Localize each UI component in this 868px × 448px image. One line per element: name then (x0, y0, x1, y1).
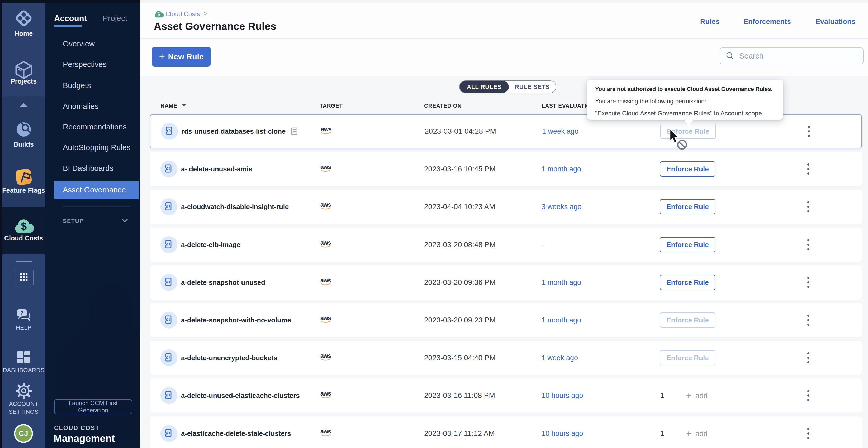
rule-last-evaluation[interactable]: 1 month ago (541, 316, 581, 324)
rail-scroll-up-button[interactable] (2, 103, 45, 108)
svg-text:aws: aws (320, 164, 331, 170)
add-enforcement-button[interactable]: +add (686, 391, 708, 401)
row-menu-button[interactable] (805, 350, 812, 366)
chevron-up-icon (19, 103, 28, 108)
row-menu-button[interactable] (805, 199, 812, 215)
rule-doc-icon (164, 315, 174, 326)
rule-doc-icon (164, 239, 174, 250)
rule-name[interactable]: rds-unused-databases-list-clone (182, 126, 299, 136)
rule-row-9[interactable]: a-elasticache-delete-stale-clustersaws20… (150, 416, 862, 448)
header-nav-evaluations[interactable]: Evaluations (815, 18, 856, 26)
aws-target-logo: aws (320, 126, 333, 137)
rule-icon-badge (160, 198, 177, 215)
rule-name[interactable]: a-delete-snapshot-with-no-volume (181, 316, 291, 324)
enforce-rule-button[interactable]: Enforce Rule (660, 350, 715, 366)
rule-name[interactable]: a-elasticache-delete-stale-clusters (181, 429, 291, 438)
rule-row-8[interactable]: a-delete-unused-elasticache-clustersaws2… (150, 378, 862, 413)
rule-row-6[interactable]: a-delete-snapshot-with-no-volumeaws2023-… (150, 303, 862, 337)
toolbar: + New Rule Search (140, 39, 868, 76)
rule-last-evaluation[interactable]: 1 month ago (541, 165, 581, 173)
row-menu-button[interactable] (805, 124, 813, 139)
rule-doc-icon (164, 390, 174, 401)
rule-name[interactable]: a-delete-elb-image (181, 241, 241, 249)
rule-row-2[interactable]: a- delete-unused-amisaws2023-03-16 10:45… (150, 152, 862, 186)
rule-name[interactable]: a-cloudwatch-disable-insight-rule (181, 203, 289, 211)
enforce-rule-button[interactable]: Enforce Rule (660, 199, 715, 214)
module-selector-button[interactable] (14, 270, 33, 285)
rule-icon-badge (160, 274, 177, 291)
rule-name[interactable]: a-delete-snapshot-unused (181, 278, 265, 287)
sidebar-item-recommendations[interactable]: Recommendations (63, 123, 127, 131)
launch-ccm-first-generation-button[interactable]: Launch CCM FirstGeneration (54, 400, 132, 414)
row-menu-button[interactable] (805, 425, 812, 441)
rule-doc-icon (164, 164, 174, 175)
sidebar-item-autostopping-rules[interactable]: AutoStopping Rules (63, 143, 130, 152)
column-header-last-evaluation[interactable]: LAST EVALUATION (541, 103, 595, 109)
mouse-cursor-blocked-icon (668, 129, 689, 152)
harness-home-icon (14, 8, 33, 28)
row-menu-button[interactable] (805, 275, 812, 290)
row-menu-button[interactable] (805, 388, 812, 404)
add-enforcement-button[interactable]: +add (686, 429, 708, 439)
rule-last-evaluation[interactable]: 10 hours ago (541, 429, 583, 438)
rule-row-3[interactable]: a-cloudwatch-disable-insight-ruleaws2023… (150, 189, 862, 224)
rule-row-4[interactable]: a-delete-elb-imageaws2023-03-20 08:48 PM… (150, 228, 862, 262)
new-rule-button[interactable]: + New Rule (152, 47, 211, 67)
sidebar-item-overview[interactable]: Overview (63, 40, 95, 48)
sidebar-section-setup[interactable]: SETUP (63, 218, 84, 224)
row-menu-button[interactable] (805, 237, 812, 252)
svg-text:$: $ (158, 11, 160, 17)
sidebar-item-anomalies[interactable]: Anomalies (63, 102, 98, 111)
enforce-rule-button[interactable]: Enforce Rule (660, 275, 715, 290)
enforce-rule-button[interactable]: Enforce Rule (660, 161, 715, 177)
chevron-down-icon[interactable] (121, 217, 128, 224)
enforce-rule-button[interactable]: Enforce Rule (660, 312, 715, 328)
rail-item-label: Projects (2, 77, 45, 85)
column-header-name[interactable]: NAME (160, 103, 186, 109)
svg-text:aws: aws (320, 239, 331, 246)
rule-row-5[interactable]: a-delete-snapshot-unusedaws2023-03-20 09… (150, 265, 862, 300)
rule-icon-badge (160, 312, 177, 329)
toggle-rule-sets[interactable]: RULE SETS (509, 81, 556, 93)
header-nav-rules[interactable]: Rules (700, 18, 720, 26)
copy-icon[interactable] (290, 126, 299, 136)
rule-last-evaluation[interactable]: 10 hours ago (541, 391, 583, 400)
rule-last-evaluation[interactable]: 1 week ago (542, 127, 579, 136)
sidebar-tab-account[interactable]: Account (54, 14, 87, 23)
rule-name[interactable]: a- delete-unused-amis (181, 165, 252, 173)
rule-row-7[interactable]: a-delete-unencrypted-bucketsaws2023-03-1… (150, 341, 862, 375)
rail-item-label: Cloud Costs (2, 234, 45, 242)
sidebar-item-asset-governance[interactable]: Asset Governance (54, 181, 139, 199)
aws-target-logo: aws (320, 164, 333, 174)
rule-last-evaluation[interactable]: 1 week ago (541, 354, 578, 362)
rule-last-evaluation[interactable]: 3 weeks ago (541, 203, 582, 211)
sidebar-item-budgets[interactable]: Budgets (63, 81, 91, 90)
header-nav-enforcements[interactable]: Enforcements (743, 18, 791, 26)
sidebar-tab-project[interactable]: Project (103, 14, 127, 23)
row-menu-button[interactable] (805, 312, 812, 328)
sort-caret-icon (182, 104, 186, 107)
cloud-costs-sidebar: Account Project OverviewPerspectivesBudg… (45, 3, 140, 448)
rule-last-evaluation[interactable]: - (541, 241, 544, 249)
column-header-created-on[interactable]: CREATED ON (424, 103, 462, 109)
column-header-target[interactable]: TARGET (319, 103, 343, 109)
rule-name[interactable]: a-delete-unused-elasticache-clusters (181, 391, 300, 400)
rail-collapse-handle[interactable] (17, 261, 32, 262)
rule-last-evaluation[interactable]: 1 month ago (541, 278, 581, 287)
user-avatar[interactable]: CJ (14, 424, 33, 443)
plus-icon: + (159, 50, 165, 62)
rule-name[interactable]: a-delete-unencrypted-buckets (181, 354, 277, 362)
rail-item-label: Home (2, 30, 45, 37)
search-input[interactable]: Search (720, 47, 864, 64)
rail-item-label: Feature Flags (2, 186, 45, 194)
row-menu-button[interactable] (805, 161, 812, 177)
aws-target-logo: aws (320, 202, 333, 212)
rail-item-label: Builds (2, 140, 45, 148)
sidebar-item-perspectives[interactable]: Perspectives (63, 60, 106, 69)
enforce-rule-button[interactable]: Enforce Rule (660, 237, 715, 252)
sidebar-item-bi-dashboards[interactable]: BI Dashboards (63, 164, 114, 173)
toggle-all-rules[interactable]: ALL RULES (460, 81, 509, 93)
tooltip-line-2: You are missing the following permission… (595, 98, 706, 105)
breadcrumb-cloud-costs-link[interactable]: Cloud Costs (165, 10, 200, 18)
svg-text:aws: aws (320, 277, 331, 284)
